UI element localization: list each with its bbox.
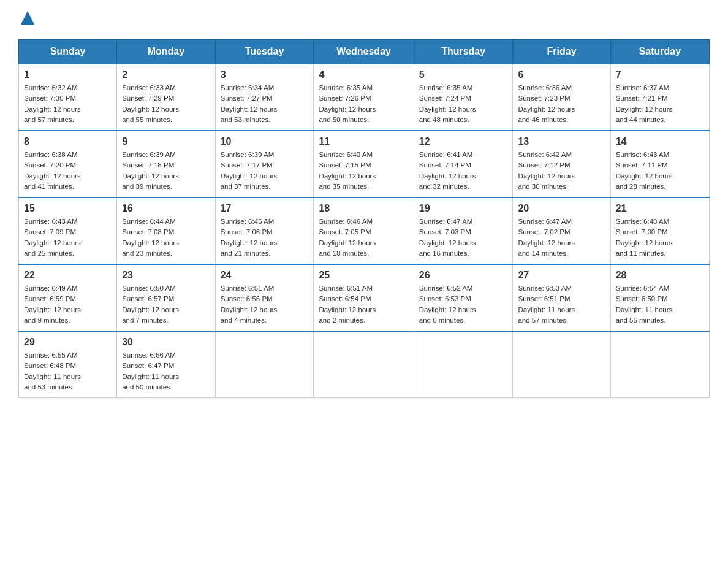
day-info-30: Sunrise: 6:56 AMSunset: 6:47 PMDaylight:… [122, 350, 210, 393]
day-info-23: Sunrise: 6:50 AMSunset: 6:57 PMDaylight:… [122, 283, 210, 326]
calendar-cell-26: 26Sunrise: 6:52 AMSunset: 6:53 PMDayligh… [414, 264, 513, 331]
day-info-6: Sunrise: 6:36 AMSunset: 7:23 PMDaylight:… [518, 83, 605, 125]
calendar-cell-1: 1Sunrise: 6:32 AMSunset: 7:30 PMDaylight… [19, 64, 117, 131]
calendar-cell-20: 20Sunrise: 6:47 AMSunset: 7:02 PMDayligh… [513, 197, 610, 264]
day-number-3: 3 [221, 69, 309, 80]
calendar-cell-6: 6Sunrise: 6:36 AMSunset: 7:23 PMDaylight… [513, 64, 610, 131]
empty-cell-w4-4 [414, 331, 513, 398]
day-info-20: Sunrise: 6:47 AMSunset: 7:02 PMDaylight:… [518, 216, 605, 259]
day-number-26: 26 [419, 270, 508, 281]
day-info-12: Sunrise: 6:41 AMSunset: 7:14 PMDaylight:… [419, 150, 508, 192]
day-number-12: 12 [419, 136, 508, 147]
header-row: SundayMondayTuesdayWednesdayThursdayFrid… [19, 40, 710, 64]
calendar-cell-4: 4Sunrise: 6:35 AMSunset: 7:26 PMDaylight… [314, 64, 414, 131]
day-info-27: Sunrise: 6:53 AMSunset: 6:51 PMDaylight:… [518, 283, 605, 326]
day-info-21: Sunrise: 6:48 AMSunset: 7:00 PMDaylight:… [616, 216, 704, 259]
calendar-cell-5: 5Sunrise: 6:35 AMSunset: 7:24 PMDaylight… [414, 64, 513, 131]
header-friday: Friday [513, 40, 610, 64]
day-number-14: 14 [616, 136, 704, 147]
day-number-30: 30 [122, 337, 210, 348]
week-row-5: 29Sunrise: 6:55 AMSunset: 6:48 PMDayligh… [19, 331, 710, 398]
header-monday: Monday [117, 40, 215, 64]
day-info-24: Sunrise: 6:51 AMSunset: 6:56 PMDaylight:… [221, 283, 309, 326]
day-info-15: Sunrise: 6:43 AMSunset: 7:09 PMDaylight:… [24, 216, 112, 259]
day-info-4: Sunrise: 6:35 AMSunset: 7:26 PMDaylight:… [319, 83, 408, 125]
day-info-17: Sunrise: 6:45 AMSunset: 7:06 PMDaylight:… [221, 216, 309, 259]
day-info-18: Sunrise: 6:46 AMSunset: 7:05 PMDaylight:… [319, 216, 408, 259]
day-info-11: Sunrise: 6:40 AMSunset: 7:15 PMDaylight:… [319, 150, 408, 192]
logo-triangle-icon [21, 11, 34, 25]
day-info-7: Sunrise: 6:37 AMSunset: 7:21 PMDaylight:… [616, 83, 704, 125]
day-number-18: 18 [319, 203, 408, 214]
day-number-4: 4 [319, 69, 408, 80]
empty-cell-w4-3 [314, 331, 414, 398]
calendar-cell-18: 18Sunrise: 6:46 AMSunset: 7:05 PMDayligh… [314, 197, 414, 264]
day-number-8: 8 [24, 136, 112, 147]
calendar-cell-24: 24Sunrise: 6:51 AMSunset: 6:56 PMDayligh… [215, 264, 314, 331]
day-info-26: Sunrise: 6:52 AMSunset: 6:53 PMDaylight:… [419, 283, 508, 326]
day-number-28: 28 [616, 270, 704, 281]
calendar-cell-3: 3Sunrise: 6:34 AMSunset: 7:27 PMDaylight… [215, 64, 314, 131]
day-number-17: 17 [221, 203, 309, 214]
day-number-5: 5 [419, 69, 508, 80]
day-number-2: 2 [122, 69, 210, 80]
week-row-3: 15Sunrise: 6:43 AMSunset: 7:09 PMDayligh… [19, 197, 710, 264]
calendar-cell-19: 19Sunrise: 6:47 AMSunset: 7:03 PMDayligh… [414, 197, 513, 264]
day-number-7: 7 [616, 69, 704, 80]
week-row-4: 22Sunrise: 6:49 AMSunset: 6:59 PMDayligh… [19, 264, 710, 331]
day-number-9: 9 [122, 136, 210, 147]
calendar-cell-21: 21Sunrise: 6:48 AMSunset: 7:00 PMDayligh… [610, 197, 709, 264]
calendar-table: SundayMondayTuesdayWednesdayThursdayFrid… [18, 39, 710, 398]
calendar-cell-15: 15Sunrise: 6:43 AMSunset: 7:09 PMDayligh… [19, 197, 117, 264]
calendar-cell-17: 17Sunrise: 6:45 AMSunset: 7:06 PMDayligh… [215, 197, 314, 264]
calendar-cell-8: 8Sunrise: 6:38 AMSunset: 7:20 PMDaylight… [19, 131, 117, 197]
header-thursday: Thursday [414, 40, 513, 64]
calendar-cell-10: 10Sunrise: 6:39 AMSunset: 7:17 PMDayligh… [215, 131, 314, 197]
day-info-25: Sunrise: 6:51 AMSunset: 6:54 PMDaylight:… [319, 283, 408, 326]
empty-cell-w4-5 [513, 331, 610, 398]
calendar-cell-29: 29Sunrise: 6:55 AMSunset: 6:48 PMDayligh… [19, 331, 117, 398]
day-info-3: Sunrise: 6:34 AMSunset: 7:27 PMDaylight:… [221, 83, 309, 125]
week-row-1: 1Sunrise: 6:32 AMSunset: 7:30 PMDaylight… [19, 64, 710, 131]
day-info-16: Sunrise: 6:44 AMSunset: 7:08 PMDaylight:… [122, 216, 210, 259]
day-number-11: 11 [319, 136, 408, 147]
day-info-28: Sunrise: 6:54 AMSunset: 6:50 PMDaylight:… [616, 283, 704, 326]
header-wednesday: Wednesday [314, 40, 414, 64]
empty-cell-w4-6 [610, 331, 709, 398]
day-info-10: Sunrise: 6:39 AMSunset: 7:17 PMDaylight:… [221, 150, 309, 192]
day-info-29: Sunrise: 6:55 AMSunset: 6:48 PMDaylight:… [24, 350, 112, 393]
day-number-10: 10 [221, 136, 309, 147]
logo [18, 12, 34, 27]
day-number-23: 23 [122, 270, 210, 281]
day-info-8: Sunrise: 6:38 AMSunset: 7:20 PMDaylight:… [24, 150, 112, 192]
calendar-cell-30: 30Sunrise: 6:56 AMSunset: 6:47 PMDayligh… [117, 331, 215, 398]
day-info-19: Sunrise: 6:47 AMSunset: 7:03 PMDaylight:… [419, 216, 508, 259]
day-number-16: 16 [122, 203, 210, 214]
empty-cell-w4-2 [215, 331, 314, 398]
day-number-6: 6 [518, 69, 605, 80]
day-info-22: Sunrise: 6:49 AMSunset: 6:59 PMDaylight:… [24, 283, 112, 326]
day-number-29: 29 [24, 337, 112, 348]
header-saturday: Saturday [610, 40, 709, 64]
calendar-cell-2: 2Sunrise: 6:33 AMSunset: 7:29 PMDaylight… [117, 64, 215, 131]
header-tuesday: Tuesday [215, 40, 314, 64]
day-info-5: Sunrise: 6:35 AMSunset: 7:24 PMDaylight:… [419, 83, 508, 125]
day-info-14: Sunrise: 6:43 AMSunset: 7:11 PMDaylight:… [616, 150, 704, 192]
day-number-1: 1 [24, 69, 112, 80]
calendar-cell-13: 13Sunrise: 6:42 AMSunset: 7:12 PMDayligh… [513, 131, 610, 197]
day-info-9: Sunrise: 6:39 AMSunset: 7:18 PMDaylight:… [122, 150, 210, 192]
calendar-cell-9: 9Sunrise: 6:39 AMSunset: 7:18 PMDaylight… [117, 131, 215, 197]
day-number-19: 19 [419, 203, 508, 214]
calendar-cell-22: 22Sunrise: 6:49 AMSunset: 6:59 PMDayligh… [19, 264, 117, 331]
day-number-13: 13 [518, 136, 605, 147]
calendar-cell-28: 28Sunrise: 6:54 AMSunset: 6:50 PMDayligh… [610, 264, 709, 331]
calendar-cell-16: 16Sunrise: 6:44 AMSunset: 7:08 PMDayligh… [117, 197, 215, 264]
day-number-27: 27 [518, 270, 605, 281]
calendar-cell-7: 7Sunrise: 6:37 AMSunset: 7:21 PMDaylight… [610, 64, 709, 131]
week-row-2: 8Sunrise: 6:38 AMSunset: 7:20 PMDaylight… [19, 131, 710, 197]
calendar-cell-25: 25Sunrise: 6:51 AMSunset: 6:54 PMDayligh… [314, 264, 414, 331]
day-info-1: Sunrise: 6:32 AMSunset: 7:30 PMDaylight:… [24, 83, 112, 125]
calendar-cell-27: 27Sunrise: 6:53 AMSunset: 6:51 PMDayligh… [513, 264, 610, 331]
day-number-22: 22 [24, 270, 112, 281]
day-number-24: 24 [221, 270, 309, 281]
